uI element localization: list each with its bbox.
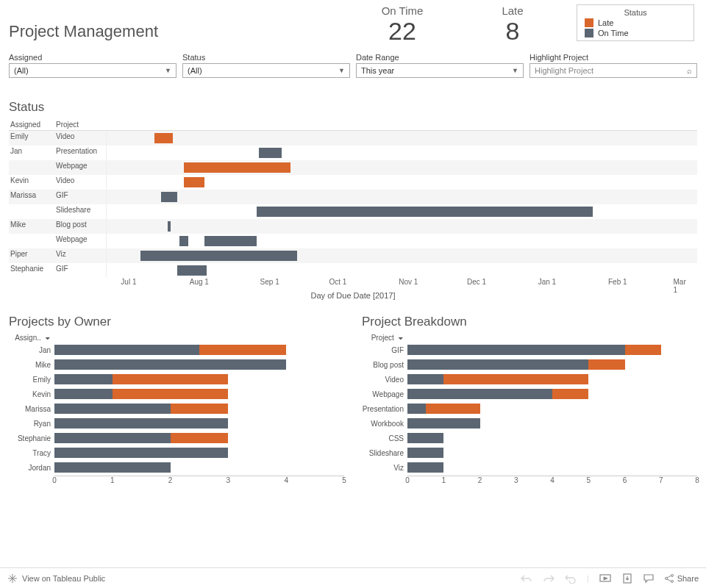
bar-row[interactable]: Video [362,373,697,386]
comment-icon[interactable] [643,573,654,584]
gantt-bar[interactable] [204,236,257,246]
gantt-bar[interactable] [184,177,204,187]
gantt-bar[interactable] [184,162,290,173]
bar-segment-late[interactable] [199,345,286,355]
bar-segment-on-time[interactable] [54,418,228,429]
bar-category: Video [362,376,407,384]
gantt-row[interactable]: MikeBlog post [9,219,697,234]
bar-segment-late[interactable] [171,433,229,443]
gantt-row[interactable]: Slideshare [9,204,697,219]
highlight-project-search[interactable]: Highlight Project ⌕ [530,63,697,78]
bar-row[interactable]: Emily [9,373,344,386]
bar-segment-late[interactable] [113,389,229,399]
sort-desc-icon: ⏷ [43,335,51,342]
gantt-bar[interactable] [154,133,173,143]
gantt-row[interactable]: StephanieGIF [9,263,697,278]
bar-segment-on-time[interactable] [54,389,113,399]
legend-item-late[interactable]: Late [585,18,686,27]
filter-assigned-dropdown[interactable]: (All) ▼ [9,63,176,78]
bar-row[interactable]: Presentation [362,402,697,415]
bar-row[interactable]: Marissa [9,402,344,415]
bar-segment-late[interactable] [588,359,624,370]
gantt-bar[interactable] [259,148,282,158]
bar-row[interactable]: Tracy [9,446,344,459]
owners-title: Projects by Owner [9,300,344,334]
bar-segment-late[interactable] [625,345,661,355]
gantt-row[interactable]: KevinVideo [9,175,697,190]
bar-segment-on-time[interactable] [407,404,426,414]
chevron-down-icon: ▼ [338,67,345,74]
gantt-row[interactable]: Webpage [9,160,697,175]
status-legend[interactable]: Status Late On Time [577,4,694,41]
bar-row[interactable]: Jordan [9,461,344,474]
filter-status-dropdown[interactable]: (All) ▼ [182,63,350,78]
bar-row[interactable]: Jan [9,343,344,356]
redo-icon[interactable] [543,573,555,584]
bar-segment-on-time[interactable] [54,448,228,458]
gantt-row[interactable]: PiperViz [9,248,697,263]
gantt-row[interactable]: JanPresentation [9,146,697,160]
axis-tick: Feb 1 [608,278,627,286]
gantt-row[interactable]: MarissaGIF [9,190,697,204]
bar-segment-on-time[interactable] [407,374,443,384]
bar-segment-late[interactable] [171,404,229,414]
gantt-bar[interactable] [179,236,188,246]
bar-segment-on-time[interactable] [407,389,552,399]
bar-row[interactable]: GIF [362,343,697,356]
bar-segment-late[interactable] [113,374,229,384]
axis-tick: 5 [586,476,591,484]
slideshow-icon[interactable] [599,573,611,584]
bar-segment-on-time[interactable] [407,448,443,458]
bar-row[interactable]: Viz [362,461,697,474]
reset-icon[interactable] [565,573,577,584]
bar-segment-on-time[interactable] [54,345,199,355]
bar-segment-on-time[interactable] [407,345,625,355]
bar-segment-on-time[interactable] [407,433,443,443]
bar-segment-on-time[interactable] [407,462,443,473]
axis-tick: Mar 1 [674,278,690,294]
filter-daterange-dropdown[interactable]: This year ▼ [356,63,524,78]
bar-segment-on-time[interactable] [54,404,171,414]
bar-segment-late[interactable] [443,374,588,384]
bar-row[interactable]: Blog post [362,358,697,371]
bar-row[interactable]: Ryan [9,417,344,430]
gantt-row[interactable]: EmilyVideo [9,131,697,146]
bar-segment-late[interactable] [552,389,588,399]
bar-segment-on-time[interactable] [54,433,171,443]
bar-segment-on-time[interactable] [407,359,588,370]
gantt-row[interactable]: Webpage [9,234,697,248]
bar-row[interactable]: Kevin [9,387,344,401]
bar-row[interactable]: CSS [362,431,697,445]
gantt-row-project: Blog post [54,219,106,234]
legend-item-ontime[interactable]: On Time [585,29,686,37]
gantt-bar[interactable] [257,207,593,217]
download-icon[interactable] [621,573,633,584]
gantt-row-assigned: Marissa [9,190,54,204]
view-on-tableau-link[interactable]: View on Tableau Public [7,573,105,584]
owners-chart[interactable]: JanMikeEmilyKevinMarissaRyanStephanieTra… [9,343,344,474]
breakdown-chart[interactable]: GIFBlog postVideoWebpagePresentationWork… [362,343,697,474]
bar-segment-on-time[interactable] [54,462,171,473]
bar-segment-on-time[interactable] [54,359,286,370]
gantt-bar[interactable] [177,265,207,276]
filter-highlight-label: Highlight Project [530,53,697,62]
bar-row[interactable]: Slideshare [362,446,697,459]
bar-row[interactable]: Webpage [362,387,697,401]
gantt-chart[interactable]: Assigned Project EmilyVideoJanPresentati… [0,119,706,300]
gantt-row-assigned: Emily [9,131,54,146]
bar-row[interactable]: Stephanie [9,431,344,445]
gantt-bar[interactable] [168,221,170,232]
axis-tick: 3 [227,476,231,484]
bar-category: Presentation [362,405,407,413]
undo-icon[interactable] [521,573,532,584]
gantt-row-project: Webpage [54,234,106,248]
bar-row[interactable]: Workbook [362,417,697,430]
kpi-late-label: Late [457,4,568,17]
gantt-bar[interactable] [161,192,177,202]
bar-row[interactable]: Mike [9,358,344,371]
gantt-bar[interactable] [140,251,297,261]
bar-segment-on-time[interactable] [54,374,113,384]
bar-segment-on-time[interactable] [407,418,480,429]
share-button[interactable]: Share [664,573,699,584]
bar-segment-late[interactable] [426,404,480,414]
